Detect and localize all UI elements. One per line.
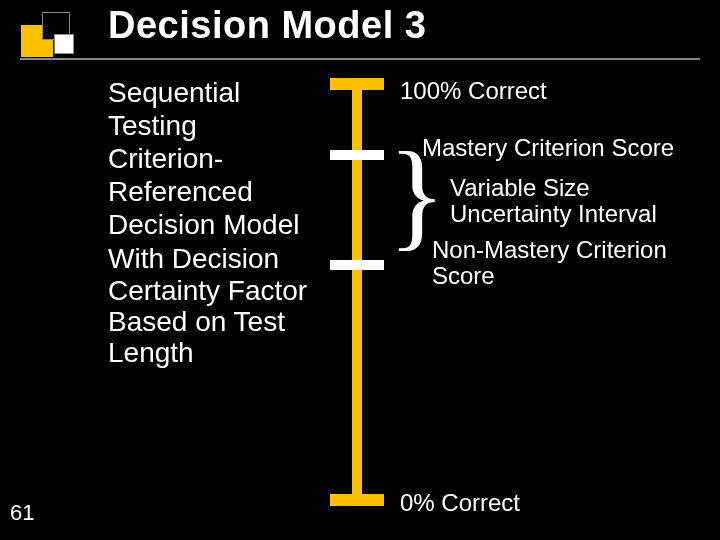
- title-underline: [20, 58, 700, 60]
- model-name: Sequential Testing Criterion-Referenced …: [108, 76, 318, 241]
- label-100-correct: 100% Correct: [400, 78, 547, 104]
- nonmastery-tick: [330, 260, 384, 270]
- corner-decoration: [20, 12, 100, 58]
- percent-scale: [330, 78, 380, 506]
- scale-cap-top: [330, 78, 384, 90]
- model-subtitle: With Decision Certainty Factor Based on …: [108, 243, 318, 368]
- scale-cap-bottom: [330, 494, 384, 506]
- scale-bar: [352, 78, 362, 506]
- title-wrap: Decision Model 3: [108, 4, 700, 47]
- label-mastery-criterion: Mastery Criterion Score: [422, 135, 674, 161]
- left-text-column: Sequential Testing Criterion-Referenced …: [108, 76, 318, 369]
- label-0-correct: 0% Correct: [400, 490, 520, 516]
- mastery-tick: [330, 150, 384, 160]
- square-icon: [54, 34, 74, 54]
- slide: Decision Model 3 Sequential Testing Crit…: [0, 0, 720, 540]
- slide-title: Decision Model 3: [108, 4, 700, 47]
- slide-number: 61: [10, 500, 34, 526]
- label-variable-interval: Variable Size Uncertainty Interval: [450, 175, 700, 228]
- label-nonmastery-criterion: Non-Mastery Criterion Score: [432, 237, 702, 290]
- brace-icon: }: [388, 150, 446, 240]
